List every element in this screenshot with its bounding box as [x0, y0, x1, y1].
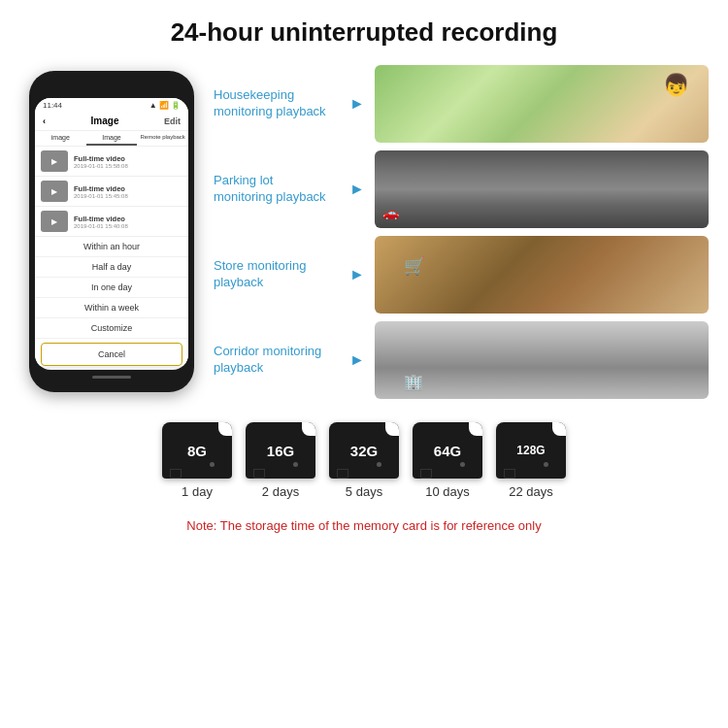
- phone-body: 11:44 ▲ 📶 🔋 ‹ Image Edit image Image Rem…: [29, 71, 194, 392]
- phone-app-header: ‹ Image Edit: [35, 112, 188, 131]
- phone-tab-image2[interactable]: Image: [86, 131, 138, 146]
- dropdown-item-1[interactable]: Within an hour: [35, 237, 188, 257]
- storage-card-128g: 128G 22 days: [496, 422, 566, 499]
- video-title-1: Full-time video: [74, 154, 182, 163]
- monitoring-photo-2: [375, 150, 709, 228]
- note-section: Note: The storage time of the memory car…: [0, 509, 728, 553]
- sd-card-16g: 16G: [246, 422, 315, 479]
- sd-notch-4: [469, 422, 482, 436]
- sd-dot-5: [544, 462, 548, 467]
- sd-dot-3: [377, 462, 381, 467]
- arrow-icon-4: ►: [349, 351, 365, 369]
- phone-screen-title: Image: [91, 116, 119, 126]
- dropdown-item-2[interactable]: Half a day: [35, 257, 188, 278]
- video-info-3: Full-time video 2019-01-01 15:40:08: [74, 215, 182, 229]
- phone-time: 11:44: [43, 101, 62, 110]
- dropdown-item-3[interactable]: In one day: [35, 278, 188, 298]
- phone-screen: 11:44 ▲ 📶 🔋 ‹ Image Edit image Image Rem…: [35, 98, 188, 370]
- storage-card-32g: 32G 5 days: [329, 422, 399, 499]
- sd-notch-1: [218, 422, 232, 436]
- storage-card-64g: 64G 10 days: [413, 422, 482, 499]
- video-date-1: 2019-01-01 15:58:08: [74, 163, 182, 169]
- video-info-1: Full-time video 2019-01-01 15:58:08: [74, 154, 182, 169]
- dropdown-cancel[interactable]: Cancel: [41, 343, 182, 366]
- arrow-icon-2: ►: [349, 181, 365, 198]
- phone-status-bar: 11:44 ▲ 📶 🔋: [35, 98, 188, 112]
- phone-home-bar: [92, 376, 131, 379]
- monitoring-row-3: Store monitoring playback ►: [214, 236, 709, 314]
- monitoring-photo-4: [375, 321, 709, 399]
- sd-label-64g: 64G: [434, 443, 461, 459]
- phone-icons: ▲ 📶 🔋: [149, 101, 181, 110]
- storage-days-128g: 22 days: [509, 484, 553, 499]
- sd-notch-2: [302, 422, 315, 436]
- phone-tabs: image Image Remote playback: [35, 131, 188, 147]
- monitoring-label-4: Corridor monitoring playback: [214, 344, 340, 377]
- sd-card-32g: 32G: [329, 422, 399, 479]
- video-title-3: Full-time video: [74, 215, 182, 223]
- phone-mockup: 11:44 ▲ 📶 🔋 ‹ Image Edit image Image Rem…: [19, 71, 204, 392]
- storage-days-64g: 10 days: [425, 484, 470, 499]
- monitoring-label-1: Housekeeping monitoring playback: [214, 87, 340, 120]
- phone-dropdown: Within an hour Half a day In one day Wit…: [35, 237, 188, 366]
- phone-tab-remote[interactable]: Remote playback: [137, 131, 188, 146]
- video-date-2: 2019-01-01 15:45:08: [74, 193, 182, 199]
- phone-tab-image[interactable]: image: [35, 131, 86, 146]
- video-info-2: Full-time video 2019-01-01 15:45:08: [74, 184, 182, 199]
- sd-label-8g: 8G: [187, 443, 207, 459]
- sd-card-128g: 128G: [496, 422, 566, 479]
- page-title: 24-hour uninterrupted recording: [0, 0, 728, 61]
- monitoring-label-3: Store monitoring playback: [214, 258, 340, 291]
- sd-label-32g: 32G: [350, 443, 378, 459]
- storage-days-32g: 5 days: [346, 484, 382, 499]
- sd-label-16g: 16G: [267, 443, 294, 459]
- sd-dot-2: [293, 462, 298, 467]
- phone-notch: [83, 81, 141, 94]
- monitoring-row-1: Housekeeping monitoring playback ►: [214, 65, 709, 143]
- sd-dot-4: [460, 462, 465, 467]
- video-thumb-2: ▶: [41, 181, 68, 202]
- video-date-3: 2019-01-01 15:40:08: [74, 223, 182, 229]
- storage-days-8g: 1 day: [182, 484, 213, 499]
- monitoring-row-4: Corridor monitoring playback ►: [214, 321, 709, 399]
- arrow-icon-3: ►: [349, 266, 365, 283]
- dropdown-item-5[interactable]: Customize: [35, 318, 188, 339]
- phone-back-icon: ‹: [43, 116, 46, 126]
- sd-card-8g: 8G: [162, 422, 232, 479]
- storage-days-16g: 2 days: [262, 484, 299, 499]
- sd-label-128g: 128G: [516, 444, 545, 457]
- sd-notch-3: [385, 422, 399, 436]
- video-title-2: Full-time video: [74, 184, 182, 193]
- dropdown-item-4[interactable]: Within a week: [35, 298, 188, 318]
- arrow-icon-1: ►: [349, 95, 365, 113]
- monitoring-label-2: Parking lot monitoring playback: [214, 173, 340, 206]
- storage-section: 8G 1 day 16G 2 days 32G 5 days 64G 10 da…: [0, 399, 728, 509]
- video-row-3: ▶ Full-time video 2019-01-01 15:40:08: [35, 207, 188, 237]
- monitoring-photo-3: [375, 236, 709, 314]
- sd-notch-5: [552, 422, 566, 436]
- sd-dot-1: [210, 462, 215, 467]
- monitoring-section: Housekeeping monitoring playback ► Parki…: [214, 65, 709, 399]
- video-thumb-1: ▶: [41, 150, 68, 172]
- video-thumb-3: ▶: [41, 211, 68, 232]
- video-row-1: ▶ Full-time video 2019-01-01 15:58:08: [35, 147, 188, 177]
- video-row-2: ▶ Full-time video 2019-01-01 15:45:08: [35, 177, 188, 207]
- storage-card-16g: 16G 2 days: [246, 422, 315, 499]
- monitoring-row-2: Parking lot monitoring playback ►: [214, 150, 709, 228]
- middle-section: 11:44 ▲ 📶 🔋 ‹ Image Edit image Image Rem…: [0, 61, 728, 399]
- storage-card-8g: 8G 1 day: [162, 422, 232, 499]
- phone-edit-button[interactable]: Edit: [164, 116, 181, 126]
- monitoring-photo-1: [375, 65, 709, 143]
- sd-card-64g: 64G: [413, 422, 482, 479]
- note-text: Note: The storage time of the memory car…: [186, 518, 541, 533]
